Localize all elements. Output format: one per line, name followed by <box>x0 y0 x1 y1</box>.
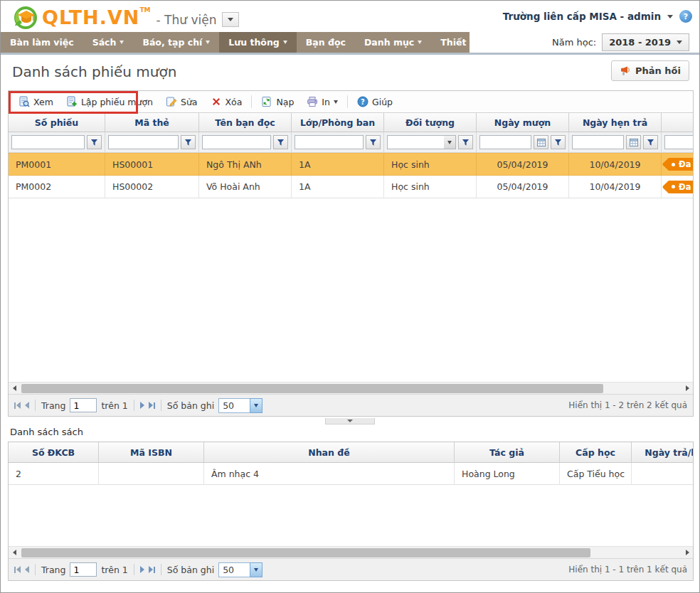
filter-funnel-button[interactable] <box>551 135 566 149</box>
chevron-down-icon <box>283 41 287 44</box>
last-page-button[interactable] <box>149 566 155 573</box>
nav-item-danh-muc[interactable]: Danh mục <box>355 32 431 53</box>
filter-funnel-button[interactable] <box>366 135 381 149</box>
filter-funnel-button[interactable] <box>643 135 658 149</box>
column-header-nhan-de[interactable]: Nhan đề <box>204 442 455 463</box>
cell-cap-hoc: Cấp Tiểu học <box>560 463 632 485</box>
cell-doi-tuong: Học sinh <box>384 176 477 198</box>
first-page-button[interactable] <box>14 566 21 573</box>
calendar-button[interactable] <box>534 135 548 149</box>
filter-funnel-button[interactable] <box>273 135 288 149</box>
filter-input-ngay-hen-tra[interactable] <box>572 135 624 149</box>
results-summary: Hiển thị 1 - 1 trên 1 kết quả <box>568 565 687 575</box>
cell-lop: 1A <box>292 176 384 198</box>
filter-funnel-button[interactable] <box>458 135 473 149</box>
delete-button[interactable]: Xóa <box>205 93 248 110</box>
filter-funnel-button[interactable] <box>87 135 102 149</box>
cell-ten-ban-doc: Võ Hoài Anh <box>199 176 292 198</box>
account-menu[interactable]: Trường liên cấp MISA - admin <box>503 11 661 22</box>
nav-item-bao-tap-chi[interactable]: Báo, tạp chí <box>133 32 219 53</box>
print-button[interactable]: In <box>301 93 344 110</box>
filter-input-tinh-trang[interactable] <box>664 135 693 149</box>
scroll-right-icon[interactable] <box>682 383 693 395</box>
toolbar-separator <box>251 95 252 108</box>
nav-item-thiet-lap[interactable]: Thiết lập <box>431 32 502 53</box>
page-number-input[interactable] <box>70 562 97 577</box>
last-page-button[interactable] <box>149 402 155 409</box>
chevron-down-icon <box>250 398 262 413</box>
school-year-select[interactable]: 2018 - 2019 <box>602 33 689 51</box>
nav-item-ban-doc[interactable]: Bạn đọc <box>297 32 355 53</box>
scroll-left-icon[interactable] <box>9 383 20 395</box>
next-page-button[interactable] <box>140 566 144 573</box>
logo[interactable]: QLTH.VN TM <box>14 4 151 30</box>
nav-item-luu-thong[interactable]: Lưu thông <box>219 32 296 53</box>
column-header-so-dkcb[interactable]: Số ĐKCB <box>9 442 99 463</box>
calendar-icon <box>537 138 546 146</box>
loan-row[interactable]: PM0002 HS00002 Võ Hoài Anh 1A Học sinh 0… <box>9 176 693 198</box>
loan-row[interactable]: PM0001 HS00001 Ngô Thị ANh 1A Học sinh 0… <box>9 153 693 176</box>
column-header-cap-hoc[interactable]: Cấp học <box>560 442 632 463</box>
column-header-ngay-muon[interactable]: Ngày mượn <box>477 113 569 132</box>
records-per-page-select[interactable]: 50 <box>218 398 262 413</box>
create-loan-button[interactable]: Lập phiếu mượn <box>60 93 159 110</box>
app-window: QLTH.VN TM - Thư viện Trường liên cấp MI… <box>0 0 700 593</box>
prev-page-button[interactable] <box>25 566 29 573</box>
module-dropdown-button[interactable] <box>222 12 239 27</box>
column-header-tinh-trang[interactable]: T <box>662 113 693 132</box>
page-number-input[interactable] <box>70 398 97 412</box>
chevron-down-icon <box>228 18 233 21</box>
nav-item-sach[interactable]: Sách <box>83 32 134 53</box>
scroll-left-icon[interactable] <box>9 547 20 559</box>
column-header-so-phieu[interactable]: Số phiếu <box>9 113 105 132</box>
badge-dot-icon <box>672 185 675 188</box>
refresh-button[interactable]: Nạp <box>255 93 299 110</box>
loans-grid-panel: Xem Lập phiếu mượn Sửa Xóa Nạp In <box>8 90 694 417</box>
scrollbar-track[interactable] <box>20 383 682 395</box>
chevron-down-icon <box>677 41 682 44</box>
filter-input-so-phieu[interactable] <box>11 135 85 149</box>
filter-input-lop-phong-ban[interactable] <box>295 135 364 149</box>
nav-item-bao-cao[interactable]: Báo cáo <box>502 32 559 53</box>
filter-input-ngay-muon[interactable] <box>479 135 531 149</box>
nav-band: Bàn làm việc Sách Báo, tạp chí Lưu thông… <box>1 32 699 55</box>
prev-page-button[interactable] <box>25 402 29 409</box>
column-header-doi-tuong[interactable]: Đối tượng <box>384 113 477 132</box>
account-chevron-down-icon[interactable] <box>667 15 673 18</box>
column-header-ten-ban-doc[interactable]: Tên bạn đọc <box>199 113 292 132</box>
badge-dot-icon <box>672 163 675 166</box>
calendar-button[interactable] <box>626 135 641 149</box>
column-header-ma-isbn[interactable]: Mã ISBN <box>99 442 204 463</box>
cell-ngay-hen-tra: 10/04/2019 <box>569 153 662 176</box>
filter-select-doi-tuong[interactable] <box>387 135 444 149</box>
scrollbar-thumb[interactable] <box>21 384 603 393</box>
records-per-page-select[interactable]: 50 <box>218 562 262 577</box>
nav-item-ban-lam-viec[interactable]: Bàn làm việc <box>1 32 83 53</box>
first-page-button[interactable] <box>14 402 21 409</box>
column-header-ma-the[interactable]: Mã thẻ <box>105 113 199 132</box>
books-horizontal-scrollbar[interactable] <box>9 546 693 558</box>
chevron-down-icon <box>447 141 452 144</box>
column-header-lop-phong-ban[interactable]: Lớp/Phòng ban <box>292 113 384 132</box>
feedback-button[interactable]: Phản hồi <box>611 60 689 81</box>
filter-input-ma-the[interactable] <box>108 135 179 149</box>
filter-funnel-button[interactable] <box>181 135 196 149</box>
records-label: Số bản ghi <box>167 400 214 411</box>
column-header-tac-gia[interactable]: Tác giả <box>455 442 560 463</box>
filter-select-dropdown-button[interactable] <box>444 135 456 149</box>
panel-splitter-handle[interactable] <box>325 418 375 424</box>
filter-input-ten-ban-doc[interactable] <box>202 135 271 149</box>
next-page-button[interactable] <box>140 402 144 409</box>
scrollbar-track[interactable] <box>20 547 682 559</box>
header-help-icon[interactable]: ? <box>679 10 692 23</box>
column-header-ngay-hen-tra[interactable]: Ngày hẹn trả <box>569 113 662 132</box>
loans-horizontal-scrollbar[interactable] <box>9 382 693 394</box>
scrollbar-thumb[interactable] <box>21 548 590 557</box>
results-summary: Hiển thị 1 - 2 trên 2 kết quả <box>568 400 687 410</box>
book-row[interactable]: 2 Âm nhạc 4 Hoàng Long Cấp Tiểu học <box>9 463 693 485</box>
scroll-right-icon[interactable] <box>682 547 693 559</box>
column-header-ngay-tra[interactable]: Ngày trả/bá <box>632 442 693 463</box>
edit-button[interactable]: Sửa <box>160 93 203 110</box>
help-button[interactable]: ? Giúp <box>351 93 398 110</box>
view-button[interactable]: Xem <box>13 93 59 110</box>
